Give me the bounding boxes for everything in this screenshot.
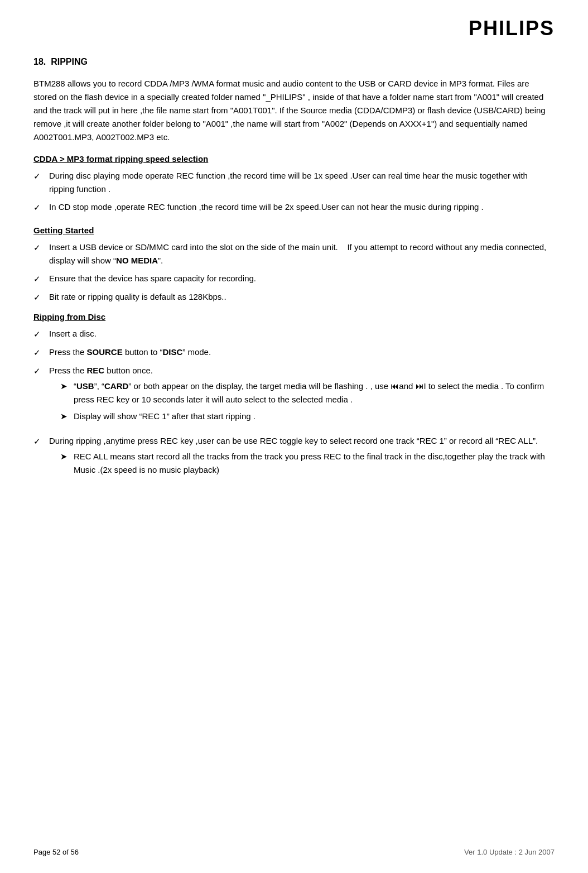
cdda-section-title: CDDA > MP3 format ripping speed selectio… [33,154,555,164]
bullet-text: Press the REC button once. ➤ “USB”, “CAR… [49,364,555,426]
list-item: ➤ “USB”, “CARD” or both appear on the di… [60,380,555,406]
list-item: ➤ REC ALL means start record all the tra… [60,450,555,477]
bullet-text: In CD stop mode ,operate REC function ,t… [49,200,555,214]
sub-bullet-text: Display will show “REC 1” after that sta… [74,410,555,423]
page-number: Page 52 of 56 [33,848,79,856]
checkmark-icon: ✓ [33,272,49,286]
list-item: ✓ Insert a USB device or SD/MMC card int… [33,241,555,267]
getting-started-bullets: ✓ Insert a USB device or SD/MMC card int… [33,241,555,304]
ripping-bullets: ✓ Insert a disc. ✓ Press the SOURCE butt… [33,327,555,426]
arrow-icon: ➤ [60,410,74,423]
ripping-from-disc-title: Ripping from Disc [33,312,555,322]
bullet-text: Insert a USB device or SD/MMC card into … [49,241,555,267]
checkmark-icon: ✓ [33,241,49,255]
sub-bullet-text: “USB”, “CARD” or both appear on the disp… [74,380,555,406]
list-item: ✓ Bit rate or ripping quality is default… [33,290,555,304]
cdda-bullets: ✓ During disc playing mode operate REC f… [33,169,555,214]
arrow-icon: ➤ [60,380,74,393]
arrow-icon: ➤ [60,450,74,463]
checkmark-icon: ✓ [33,346,49,359]
list-item: ✓ Ensure that the device has spare capac… [33,272,555,286]
section-title: 18. RIPPING [33,57,555,67]
footer: Page 52 of 56 Ver 1.0 Update : 2 Jun 200… [33,848,555,856]
list-item: ➤ Display will show “REC 1” after that s… [60,410,555,423]
checkmark-icon: ✓ [33,290,49,304]
version-info: Ver 1.0 Update : 2 Jun 2007 [464,848,555,856]
checkmark-icon: ✓ [33,364,49,378]
sub-bullets: ➤ “USB”, “CARD” or both appear on the di… [49,380,555,423]
bullet-text: During disc playing mode operate REC fun… [49,169,555,196]
list-item: ✓ During disc playing mode operate REC f… [33,169,555,196]
sub-bullets-2: ➤ REC ALL means start record all the tra… [49,450,555,477]
bullet-text: Ensure that the device has spare capacit… [49,272,555,285]
bullet-text: Bit rate or ripping quality is default a… [49,290,555,304]
checkmark-icon: ✓ [33,434,49,448]
checkmark-icon: ✓ [33,169,49,183]
checkmark-icon: ✓ [33,327,49,341]
list-item: ✓ During ripping ,anytime press REC key … [33,434,555,480]
getting-started-title: Getting Started [33,226,555,235]
bullet-text: Insert a disc. [49,327,555,340]
list-item: ✓ Press the SOURCE button to “DISC” mode… [33,346,555,359]
list-item: ✓ Press the REC button once. ➤ “USB”, “C… [33,364,555,426]
bullet-text: Press the SOURCE button to “DISC” mode. [49,346,555,359]
ripping-bullets-2: ✓ During ripping ,anytime press REC key … [33,434,555,480]
list-item: ✓ Insert a disc. [33,327,555,341]
sub-bullet-text: REC ALL means start record all the track… [74,450,555,477]
checkmark-icon: ✓ [33,200,49,214]
list-item: ✓ In CD stop mode ,operate REC function … [33,200,555,214]
philips-logo: PHILIPS [469,17,555,40]
intro-paragraph: BTM288 allows you to record CDDA /MP3 /W… [33,77,555,144]
bullet-text: During ripping ,anytime press REC key ,u… [49,434,555,480]
